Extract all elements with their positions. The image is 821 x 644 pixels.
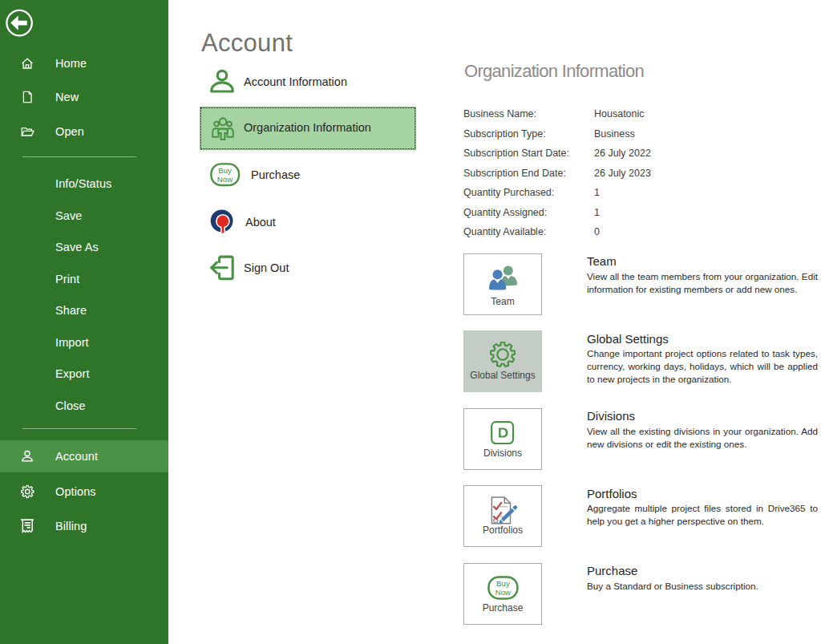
svg-text:Now: Now bbox=[217, 175, 234, 184]
svg-text:Buy: Buy bbox=[218, 166, 232, 175]
svg-text:Buy: Buy bbox=[496, 579, 510, 588]
svg-text:Now: Now bbox=[495, 588, 512, 597]
